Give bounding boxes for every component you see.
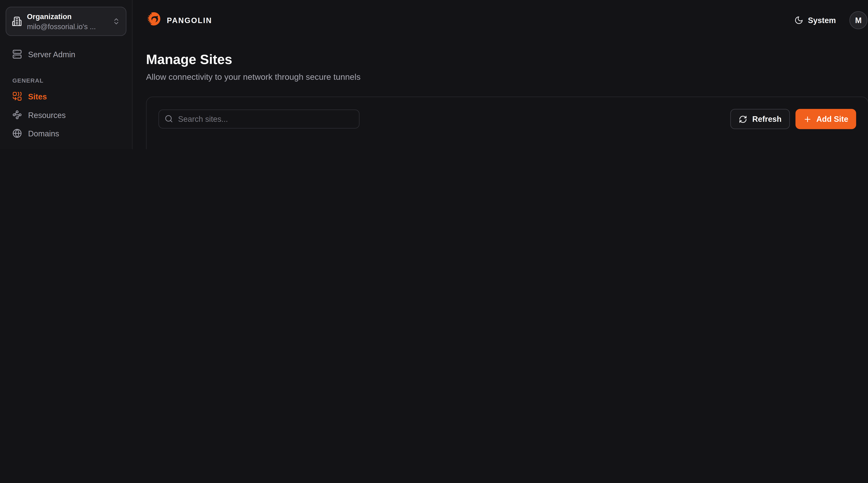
sidebar-item-sites[interactable]: Sites xyxy=(7,87,125,106)
sidebar-item-label: Resources xyxy=(28,110,66,119)
column-label: Connection Type xyxy=(655,149,714,149)
theme-toggle-label: System xyxy=(808,16,836,25)
search-input[interactable] xyxy=(158,109,360,129)
section-label-general: GENERAL xyxy=(12,77,120,84)
plus-icon xyxy=(803,115,812,123)
avatar-initial: M xyxy=(855,16,862,25)
organization-selector[interactable]: Organization milo@fossorial.io's ... xyxy=(5,7,126,36)
organization-texts: Organization milo@fossorial.io's ... xyxy=(27,11,107,31)
app-window: Organization milo@fossorial.io's ... Ser… xyxy=(0,0,868,149)
page-header: Manage Sites Allow connectivity to your … xyxy=(133,29,868,82)
column-header-name[interactable]: Name xyxy=(158,148,237,149)
moon-icon xyxy=(795,16,803,25)
toolbar-buttons: Refresh Add Site xyxy=(730,109,856,129)
column-label: Name xyxy=(167,149,188,149)
page-title: Manage Sites xyxy=(146,52,867,67)
sidebar-item-label: Sites xyxy=(28,92,47,101)
sidebar-nav: Server Admin GENERAL Sites Resources Dom… xyxy=(0,39,132,149)
top-bar: PANGOLIN System M xyxy=(133,0,868,29)
resources-icon xyxy=(12,110,22,120)
sites-table: Name Online Site Data In Data Out Connec… xyxy=(158,141,856,149)
sites-toolbar: Refresh Add Site xyxy=(158,109,856,129)
globe-icon xyxy=(12,129,22,138)
brand: PANGOLIN xyxy=(146,11,212,29)
sites-card: Refresh Add Site Name Online Site Data I… xyxy=(146,97,868,149)
add-site-button[interactable]: Add Site xyxy=(796,109,856,129)
column-label: Data In xyxy=(488,149,513,149)
server-icon xyxy=(12,50,22,59)
refresh-icon xyxy=(739,115,747,123)
pangolin-logo-icon xyxy=(146,11,162,29)
page-subtitle: Allow connectivity to your network throu… xyxy=(146,72,867,82)
sidebar-item-label: Server Admin xyxy=(28,50,75,59)
column-label: Site xyxy=(322,149,336,149)
avatar[interactable]: M xyxy=(849,11,867,29)
refresh-label: Refresh xyxy=(752,115,781,124)
sidebar: Organization milo@fossorial.io's ... Ser… xyxy=(0,0,133,149)
table-header-row: Name Online Site Data In Data Out Connec… xyxy=(158,141,856,149)
theme-toggle-button[interactable]: System xyxy=(791,15,839,25)
column-label: Data Out xyxy=(567,149,599,149)
building-icon xyxy=(12,16,22,26)
sidebar-item-resources[interactable]: Resources xyxy=(7,105,125,124)
top-right-controls: System M xyxy=(791,11,867,29)
column-header-data-in[interactable]: Data In xyxy=(478,148,558,149)
search-wrap xyxy=(158,109,360,129)
refresh-button[interactable]: Refresh xyxy=(730,109,790,129)
column-header-site[interactable]: Site xyxy=(313,148,478,149)
organization-label: Organization xyxy=(27,12,71,21)
add-site-label: Add Site xyxy=(816,115,848,124)
column-header-online[interactable]: Online xyxy=(237,148,313,149)
sites-icon xyxy=(12,91,22,101)
sidebar-item-server-admin[interactable]: Server Admin xyxy=(7,45,125,64)
organization-value: milo@fossorial.io's ... xyxy=(27,22,96,31)
brand-name: PANGOLIN xyxy=(167,16,212,25)
chevrons-up-down-icon xyxy=(112,18,120,25)
sidebar-item-domains[interactable]: Domains xyxy=(7,124,125,142)
column-header-data-out[interactable]: Data Out xyxy=(558,148,647,149)
sidebar-item-label: Domains xyxy=(28,129,59,138)
column-header-connection-type[interactable]: Connection Type xyxy=(647,148,783,149)
column-label: Online xyxy=(246,149,269,149)
main-area: PANGOLIN System M Manage Sites Allow con… xyxy=(133,0,868,149)
